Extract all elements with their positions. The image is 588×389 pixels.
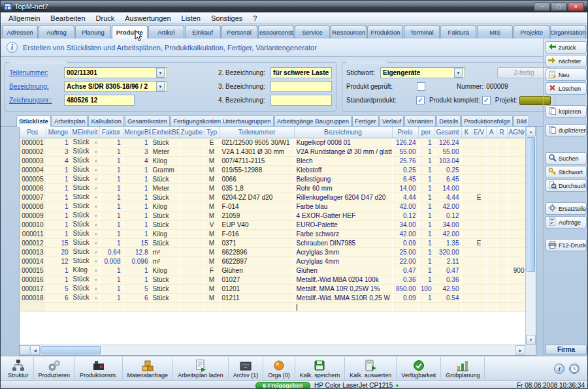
cell-menge[interactable]: 1 [46, 183, 71, 193]
table-row[interactable]: 000016 1 Stück 1 1 Stück M 01027 Metallf… [20, 275, 527, 284]
vertical-scrollbar[interactable] [525, 127, 536, 345]
cell-r[interactable] [497, 193, 507, 202]
cell-bezeichnung[interactable]: Acrylglas 4mm [294, 257, 392, 266]
edit-row[interactable] [20, 302, 527, 311]
cell-r[interactable] [497, 284, 507, 293]
cell-faktor[interactable]: 1 [99, 284, 123, 293]
cell-teilenummer[interactable]: 6622897 [220, 257, 294, 266]
standardprodukt-checkbox[interactable] [416, 96, 425, 104]
cell-a[interactable] [486, 266, 497, 275]
table-row[interactable]: 000007 1 Stück 1 1 Stück M 6204-2Z D47 d… [20, 193, 527, 202]
cell-per[interactable]: 1 [418, 275, 434, 284]
cell-meinheit[interactable]: Stück [71, 247, 99, 257]
menu-item[interactable]: Listen [176, 14, 206, 23]
cell-menge[interactable]: 3 [46, 147, 71, 156]
cell-per[interactable]: 1 [418, 211, 434, 220]
back-button[interactable]: zurück [546, 41, 587, 54]
cell-per[interactable]: 1 [418, 220, 434, 229]
detail-tab[interactable]: Arbeitsgänge Baugruppen [274, 116, 351, 126]
cell-faktor[interactable]: 1 [99, 138, 123, 147]
column-header[interactable]: R [497, 127, 507, 138]
cell-bezeichnung[interactable]: EURO-Palette [294, 220, 392, 229]
cell-k[interactable] [461, 202, 472, 211]
cell-menge[interactable]: 1 [46, 174, 71, 183]
cell-ev[interactable] [472, 174, 486, 183]
bezeichnung-label[interactable]: Bezeichnung: [9, 83, 61, 90]
firma-button[interactable]: Firma [546, 345, 587, 354]
cell-zugabe[interactable] [179, 174, 204, 183]
detail-tab[interactable]: Varianten [404, 116, 436, 126]
cell-ev[interactable]: E [472, 193, 486, 202]
cell-bezeichnung[interactable]: Metallf.-Wid. MMA S10R 0,25 W 1% [294, 293, 392, 302]
cell-a[interactable] [486, 238, 497, 247]
cell-per[interactable]: 1 [418, 193, 434, 202]
table-row[interactable]: 000017 5 Stück 1 5 Stück M 01201 Metallf… [20, 284, 527, 293]
cell-pos[interactable]: 000006 [20, 183, 46, 193]
cell-bezeichnung[interactable]: V2A Rundstange Ø 30 mm / glatt [294, 147, 392, 156]
zeichnungsnr-input[interactable]: 480526 12 [64, 95, 135, 106]
cell-faktor[interactable]: 1 [99, 229, 123, 238]
cell-agnr[interactable] [507, 193, 527, 202]
splitter-box[interactable] [20, 345, 29, 355]
cell-mengebe[interactable]: 1 [123, 174, 150, 183]
column-header[interactable]: MengeBE [123, 127, 150, 138]
next-button[interactable]: nächster [546, 55, 587, 67]
cell-agnr[interactable] [507, 183, 527, 193]
table-row[interactable]: 000006 1 Stück 1 1 Meter M 035 1,8 Rohr … [20, 183, 527, 193]
cell-bezeichnung[interactable]: Farbe blau [294, 202, 392, 211]
detail-tab[interactable]: Gesamtkosten [125, 116, 170, 126]
cell-gesamt[interactable]: 42.00 [434, 229, 461, 238]
cell-meinheit[interactable]: Stück [71, 165, 99, 174]
cell-typ[interactable]: M [204, 284, 220, 293]
detail-tab[interactable]: Produktionsfolge [461, 116, 513, 126]
cell-a[interactable] [486, 183, 497, 193]
cell-meinheit[interactable]: Stück [71, 275, 99, 284]
column-header[interactable]: Zugabe [179, 127, 204, 138]
cell-teilenummer[interactable]: F-016 [220, 229, 294, 238]
cell-menge[interactable]: 1 [46, 165, 71, 174]
cell-per[interactable]: 1 [418, 183, 434, 193]
cell-r[interactable] [497, 266, 507, 275]
cell-a[interactable] [486, 193, 497, 202]
cell-mengebe[interactable]: 12.8 [123, 247, 150, 257]
edit-cell-bezeichnung[interactable] [294, 302, 392, 311]
cell-teilenummer[interactable]: 6204-2Z D47 d20 [220, 193, 294, 202]
cell-einheitbe[interactable]: Stück [150, 211, 179, 220]
cell-einheitbe[interactable]: Kilog [150, 202, 179, 211]
cell-pos[interactable]: 000017 [20, 284, 46, 293]
cell-teilenummer[interactable]: Glühen [220, 266, 294, 275]
cell-zugabe[interactable] [179, 165, 204, 174]
cell-pos[interactable]: 000002 [20, 147, 46, 156]
main-tab[interactable]: Organisation [550, 25, 586, 39]
table-row[interactable]: 000018 6 Stück 1 6 Stück M 01211 Metallf… [20, 293, 527, 302]
cell-meinheit[interactable]: Stück [71, 202, 99, 211]
column-header[interactable]: Faktor [99, 127, 123, 138]
detail-tab[interactable]: Bild [514, 116, 529, 126]
cell-k[interactable] [461, 147, 472, 156]
cell-preis[interactable]: 34.00 [392, 220, 418, 229]
cell-einheitbe[interactable]: Kilog [150, 229, 179, 238]
detail-tab[interactable]: Fertigungskosten Unterbaugruppen [171, 116, 273, 126]
cell-bezeichnung[interactable]: Kugelkopf 0008 01 [294, 138, 392, 147]
verfuegbarkeit-button[interactable]: Verfügbarkeit [397, 357, 441, 380]
column-header[interactable]: MEinheit [71, 127, 99, 138]
cell-preis[interactable]: 22.00 [392, 257, 418, 266]
teilenummer-label[interactable]: Teilenummer: [9, 69, 61, 76]
cell-menge[interactable]: 1 [46, 275, 71, 284]
cell-bezeichnung[interactable]: Glühen [294, 266, 392, 275]
main-tab[interactable]: Produktion [367, 25, 403, 39]
cell-per[interactable]: 1 [418, 138, 434, 147]
cell-gesamt[interactable]: 320.00 [434, 247, 461, 257]
cell-agnr[interactable] [507, 247, 527, 257]
arbeitsplan-laden-button[interactable]: Arbeitsplan laden [173, 357, 229, 380]
menu-item[interactable]: Allgemein [3, 14, 45, 23]
cell-k[interactable] [461, 229, 472, 238]
cell-zugabe[interactable] [179, 147, 204, 156]
cell-per[interactable]: 1 [418, 147, 434, 156]
cell-mengebe[interactable]: 1 [123, 202, 150, 211]
cell-bezeichnung[interactable]: 4 EXOR-Gatter HEF [294, 211, 392, 220]
title-bar[interactable]: TopM-net7 – □ × [1, 1, 587, 12]
cell-teilenummer[interactable]: 007/4711-2115 [220, 156, 294, 165]
cell-preis[interactable]: 14.00 [392, 183, 418, 193]
cell-a[interactable] [486, 138, 497, 147]
